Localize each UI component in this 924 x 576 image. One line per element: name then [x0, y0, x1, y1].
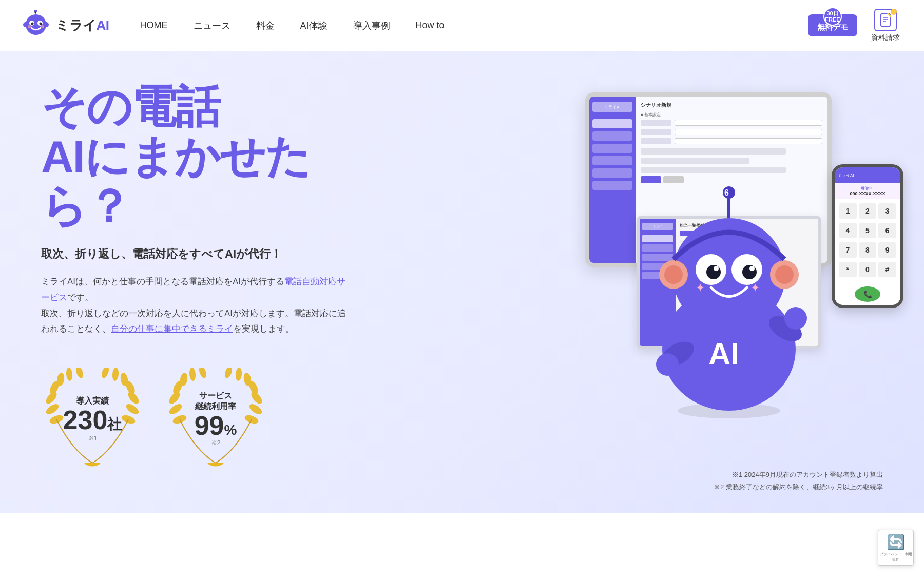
svg-point-36: [189, 368, 196, 381]
docs-icon: [874, 9, 897, 31]
svg-point-23: [74, 368, 84, 379]
main-nav: HOME ニュース 料金 AI体験 導入事例 How to: [140, 20, 808, 32]
stat-unit-2: %: [224, 422, 237, 438]
header: 6 ミライAI HOME ニュース 料金 AI体験 導入事例 How to 30…: [0, 0, 924, 51]
svg-point-1: [23, 22, 28, 27]
docs-label: 資料請求: [871, 33, 900, 43]
svg-text:✦: ✦: [750, 281, 760, 294]
svg-point-30: [100, 368, 110, 379]
hero-body: ミライAIは、何かと仕事の手間となる電話対応をAIが代行する電話自動対応サービス…: [41, 274, 349, 337]
free-badge: 30日 FREE: [823, 7, 842, 26]
phone-screen: ミライAI 着信中... 090-XXXX-XXXX 1 2 3 4 5 6 7…: [835, 167, 900, 305]
hero-body-text3: を実現します。: [233, 324, 294, 334]
hero-link-focus[interactable]: 自分の仕事に集中できるミライ: [111, 324, 233, 334]
svg-point-0: [26, 14, 46, 35]
stat-label-2: サービス 継続利用率: [195, 391, 237, 412]
stat-note-1: ※1: [63, 434, 122, 443]
stat-inner-1: 導入実績 230 社 ※1: [63, 396, 122, 443]
stat-unit-1: 社: [107, 415, 122, 434]
svg-point-63: [775, 265, 794, 284]
svg-text:6: 6: [34, 10, 36, 14]
stat-value-2: 99: [195, 412, 224, 439]
svg-text:6: 6: [724, 188, 729, 197]
svg-point-56: [714, 266, 719, 271]
hero-body-text1: ミライAIは、何かと仕事の手間となる電話対応をAIが代行する: [41, 277, 284, 286]
svg-point-48: [672, 218, 785, 331]
hero-content: その電話 AIにまかせたら？ 取次、折り返し、電話対応をすべてAIが代行！ ミラ…: [41, 82, 390, 471]
svg-point-61: [664, 265, 683, 284]
robot-mascot: AI 6 ✦ ✦: [637, 175, 821, 421]
hero-title-line2: AIにまかせたら？: [41, 132, 390, 232]
svg-rect-12: [881, 14, 890, 26]
svg-text:✦: ✦: [696, 281, 705, 294]
footnotes: ※1 2024年9月現在のアカウント登録者数より算出 ※2 業務終了などの解約を…: [714, 469, 883, 493]
nav-how-to[interactable]: How to: [416, 20, 445, 31]
svg-point-44: [223, 368, 233, 379]
tablet-sidebar: ミライAI: [589, 97, 636, 263]
stat-badge-2: サービス 継続利用率 99 % ※2: [164, 368, 267, 471]
svg-point-18: [45, 402, 61, 416]
svg-point-43: [235, 368, 242, 381]
svg-point-7: [28, 25, 31, 28]
svg-point-29: [112, 368, 119, 381]
logo-icon: 6: [21, 10, 51, 41]
svg-text:AI: AI: [708, 337, 739, 371]
nav-news[interactable]: ニュース: [194, 20, 230, 32]
hero-title-line1: その電話: [41, 82, 390, 132]
hero-section: その電話 AIにまかせたら？ 取次、折り返し、電話対応をすべてAIが代行！ ミラ…: [0, 51, 924, 513]
svg-point-37: [198, 368, 207, 379]
svg-point-55: [742, 265, 757, 279]
stats-area: 導入実績 230 社 ※1: [41, 368, 390, 471]
footnote-2: ※2 業務終了などの解約を除く、継続3ヶ月以上の継続率: [714, 481, 883, 493]
nav-ai-experience[interactable]: AI体験: [300, 20, 328, 32]
phone-keypad: 1 2 3 4 5 6 7 8 9 * 0 #: [835, 199, 900, 283]
docs-button[interactable]: 資料請求: [868, 9, 903, 43]
stat-badge-1: 導入実績 230 社 ※1: [41, 368, 144, 471]
nav-home[interactable]: HOME: [140, 20, 168, 31]
nav-pricing[interactable]: 料金: [256, 20, 275, 32]
svg-point-39: [248, 402, 264, 416]
svg-point-57: [749, 266, 755, 271]
svg-point-8: [41, 25, 44, 28]
logo-text: ミライAI: [55, 16, 109, 34]
svg-point-5: [31, 22, 34, 25]
svg-point-67: [784, 307, 807, 330]
svg-point-32: [168, 402, 184, 416]
svg-point-54: [706, 265, 721, 279]
svg-point-25: [125, 402, 141, 416]
svg-point-2: [44, 22, 49, 27]
stat-value-1: 230: [63, 407, 108, 433]
header-actions: 30日 FREE 無料デモ 資料請求: [808, 9, 903, 43]
svg-point-66: [656, 353, 679, 376]
hero-body-text2: です。: [67, 293, 93, 302]
free-demo-button[interactable]: 30日 FREE 無料デモ: [808, 14, 857, 36]
logo-link[interactable]: 6 ミライAI: [21, 10, 109, 41]
svg-point-22: [66, 368, 73, 381]
hero-image-area: ミライAI シナリオ新規 ■ 基本設定: [462, 62, 924, 503]
hero-subtitle: 取次、折り返し、電話対応をすべてAIが代行！: [41, 246, 390, 262]
nav-case-studies[interactable]: 導入事例: [353, 20, 390, 32]
phone-top-bar: ミライAI: [835, 167, 900, 183]
stat-inner-2: サービス 継続利用率 99 % ※2: [195, 391, 237, 448]
footnote-1: ※1 2024年9月現在のアカウント登録者数より算出: [714, 469, 883, 481]
svg-point-6: [40, 22, 42, 25]
phone-mockup: ミライAI 着信中... 090-XXXX-XXXX 1 2 3 4 5 6 7…: [832, 164, 903, 308]
